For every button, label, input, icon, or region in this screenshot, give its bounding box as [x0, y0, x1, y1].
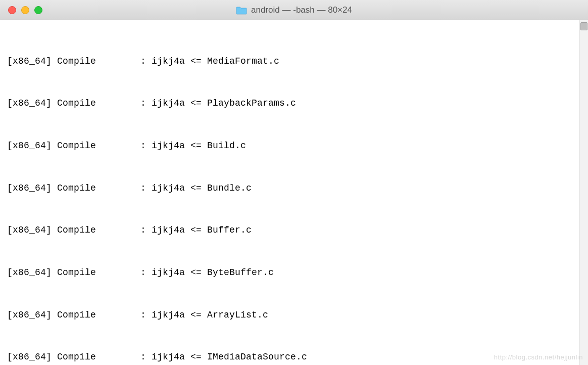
traffic-lights — [0, 6, 42, 14]
minimize-window-button[interactable] — [21, 6, 29, 14]
terminal-line: [x86_64] Compile : ijkj4a <= Buffer.c — [7, 223, 581, 238]
maximize-window-button[interactable] — [34, 6, 42, 14]
window-title-text: android — -bash — 80×24 — [251, 5, 352, 15]
terminal-line: [x86_64] Compile : ijkj4a <= ArrayList.c — [7, 308, 581, 323]
vertical-scrollbar[interactable] — [579, 20, 588, 365]
terminal-line: [x86_64] Compile : ijkj4a <= IMediaDataS… — [7, 350, 581, 364]
close-window-button[interactable] — [8, 6, 16, 14]
folder-icon — [236, 6, 247, 15]
terminal-output[interactable]: [x86_64] Compile : ijkj4a <= MediaFormat… — [0, 20, 588, 365]
window-title: android — -bash — 80×24 — [236, 5, 352, 15]
terminal-line: [x86_64] Compile : ijkj4a <= ByteBuffer.… — [7, 266, 581, 280]
terminal-line: [x86_64] Compile : ijkj4a <= PlaybackPar… — [7, 97, 581, 111]
terminal-line: [x86_64] Compile : ijkj4a <= Bundle.c — [7, 181, 581, 196]
window-titlebar: android — -bash — 80×24 — [0, 0, 588, 20]
terminal-line: [x86_64] Compile : ijkj4a <= Build.c — [7, 139, 581, 153]
terminal-line: [x86_64] Compile : ijkj4a <= MediaFormat… — [7, 55, 581, 69]
scroll-thumb[interactable] — [580, 22, 587, 30]
